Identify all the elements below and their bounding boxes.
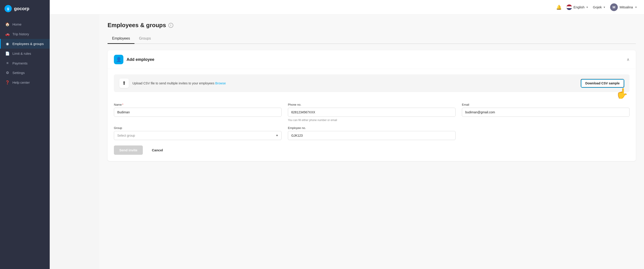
- upload-left: ⬆ Upload CSV file to send multiple invit…: [119, 79, 226, 88]
- card-title: Add employee: [126, 57, 154, 62]
- form-actions: Send invite Cancel: [108, 145, 636, 161]
- sidebar-item-label: Employees & groups: [12, 42, 44, 46]
- sidebar-item-label: Settings: [12, 71, 25, 75]
- cancel-button[interactable]: Cancel: [146, 145, 168, 155]
- sidebar-item-label: Payments: [12, 61, 28, 65]
- group-select-wrapper: Select group ▼: [114, 131, 282, 140]
- tab-employees[interactable]: Employees: [108, 34, 134, 44]
- logo[interactable]: g gocorp: [0, 0, 50, 17]
- email-label: Email: [462, 103, 630, 106]
- language-label: English: [574, 5, 584, 9]
- company-name: Gojek: [593, 5, 602, 9]
- upload-text: Upload CSV file to send multiple invites…: [132, 81, 226, 85]
- sidebar-item-label: Limit & rules: [12, 52, 31, 56]
- add-employee-icon: 👤: [114, 55, 124, 64]
- sidebar-nav: 🏠 Home 🚗 Trip history ◉ Employees & grou…: [0, 17, 50, 269]
- download-csv-wrapper: Download CSV sample 👆: [581, 79, 624, 88]
- phone-label: Phone no.: [288, 103, 456, 106]
- employee-no-input[interactable]: [288, 131, 456, 140]
- email-input[interactable]: [462, 108, 630, 117]
- required-star: *: [122, 103, 124, 106]
- info-icon[interactable]: i: [168, 23, 173, 28]
- name-label: Name*: [114, 103, 282, 106]
- card-header: 👤 Add employee ∧: [108, 50, 636, 69]
- user-chevron-icon: ▼: [635, 6, 637, 9]
- sidebar-item-help-center[interactable]: ❓ Help center: [0, 78, 50, 87]
- flag-icon: [566, 4, 572, 10]
- group-select[interactable]: Select group: [114, 131, 282, 140]
- employee-form: Name* Phone no. You can fill either phon…: [108, 98, 636, 145]
- collapse-button[interactable]: ∧: [626, 57, 630, 62]
- main-content: Employees & groups i Employees Groups 👤 …: [100, 15, 644, 269]
- sidebar-item-label: Home: [12, 23, 22, 26]
- page-title: Employees & groups: [108, 22, 166, 29]
- limit-rules-icon: 📄: [5, 51, 10, 56]
- company-chevron-icon: ▼: [603, 6, 606, 9]
- browse-link[interactable]: Browse: [215, 81, 226, 85]
- sidebar-item-employees-groups[interactable]: ◉ Employees & groups: [0, 39, 50, 49]
- send-invite-button[interactable]: Send invite: [114, 145, 143, 155]
- name-field-group: Name*: [114, 103, 282, 122]
- employee-no-label: Employee no.: [288, 126, 456, 130]
- sidebar-item-trip-history[interactable]: 🚗 Trip history: [0, 29, 50, 39]
- settings-icon: ⚙: [5, 71, 10, 75]
- avatar: M: [610, 4, 618, 11]
- company-selector[interactable]: Gojek ▼: [593, 5, 606, 9]
- phone-input[interactable]: [288, 108, 456, 117]
- phone-field-group: Phone no. You can fill either phone numb…: [288, 103, 456, 122]
- language-chevron-icon: ▼: [586, 6, 588, 9]
- sidebar-item-label: Help center: [12, 81, 30, 84]
- group-field-group: Group Select group ▼: [114, 126, 282, 140]
- sidebar-item-settings[interactable]: ⚙ Settings: [0, 68, 50, 78]
- logo-text: gocorp: [14, 6, 30, 11]
- email-field-group: Email: [462, 103, 630, 122]
- payments-icon: ≡: [5, 61, 10, 65]
- user-menu[interactable]: M Mitsalina ▼: [610, 4, 637, 11]
- bell-icon[interactable]: 🔔: [556, 5, 562, 10]
- phone-hint: You can fill either phone number or emai…: [288, 119, 456, 122]
- employees-groups-icon: ◉: [5, 42, 10, 46]
- tab-groups[interactable]: Groups: [134, 34, 155, 44]
- download-csv-button[interactable]: Download CSV sample: [581, 79, 624, 88]
- home-icon: 🏠: [5, 22, 10, 27]
- upload-section: ⬆ Upload CSV file to send multiple invit…: [114, 74, 630, 92]
- page-title-row: Employees & groups i: [108, 22, 636, 29]
- name-input[interactable]: [114, 108, 282, 117]
- header: 🔔 English ▼ Gojek ▼ M Mitsalina ▼: [50, 0, 644, 15]
- help-center-icon: ❓: [5, 80, 10, 85]
- sidebar: g gocorp 🏠 Home 🚗 Trip history ◉ Employe…: [0, 0, 50, 269]
- sidebar-item-home[interactable]: 🏠 Home: [0, 20, 50, 29]
- tabs: Employees Groups: [108, 34, 636, 44]
- sidebar-item-payments[interactable]: ≡ Payments: [0, 58, 50, 68]
- trip-history-icon: 🚗: [5, 32, 10, 36]
- logo-icon: g: [4, 5, 12, 12]
- card-header-left: 👤 Add employee: [114, 55, 154, 64]
- add-employee-card: 👤 Add employee ∧ ⬆ Upload CSV file to se…: [108, 50, 636, 161]
- user-name: Mitsalina: [620, 5, 633, 9]
- sidebar-item-limit-rules[interactable]: 📄 Limit & rules: [0, 49, 50, 58]
- group-label: Group: [114, 126, 282, 130]
- upload-icon: ⬆: [119, 79, 129, 88]
- language-selector[interactable]: English ▼: [566, 4, 588, 10]
- sidebar-item-label: Trip history: [12, 32, 29, 36]
- employee-no-field-group: Employee no.: [288, 126, 456, 140]
